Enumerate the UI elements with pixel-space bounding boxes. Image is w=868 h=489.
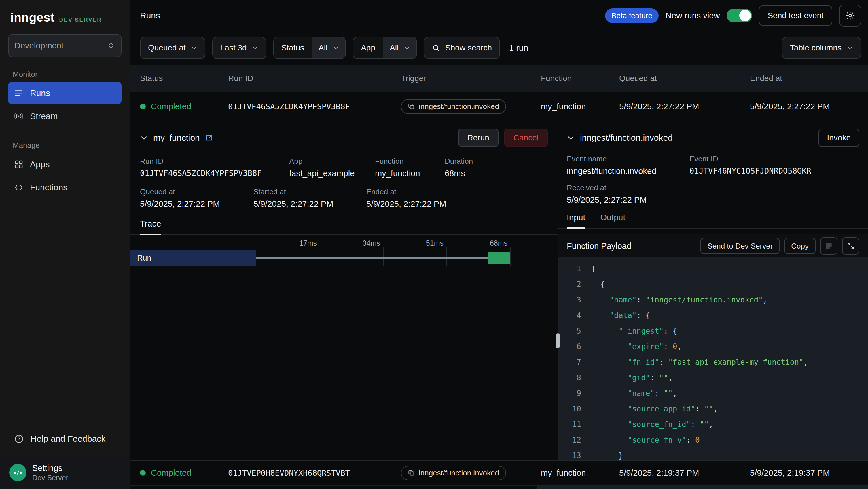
sidebar-item-apps[interactable]: Apps	[8, 153, 122, 175]
event-name-value: inngest/function.invoked	[567, 166, 689, 176]
sidebar-item-stream[interactable]: Stream	[8, 105, 122, 127]
tab-trace[interactable]: Trace	[140, 219, 161, 235]
page-title: Runs	[140, 11, 160, 21]
field-label: Event name	[567, 154, 689, 164]
payload-code: 1[2 {3 "name": "inngest/function.invoked…	[558, 257, 868, 460]
received-at-value: 5/9/2025, 2:27:22 PM	[567, 195, 647, 205]
status-dot	[140, 104, 146, 109]
settings-subtitle: Dev Server	[32, 473, 68, 482]
status-text: Completed	[151, 102, 191, 111]
column-header-trigger: Trigger	[401, 74, 541, 83]
table-row-run-2[interactable]: Completed 01JTVEP0H8EVDNYXH68QRSTVBT inn…	[130, 460, 868, 486]
function-name: my_function	[541, 468, 619, 478]
trigger-name: inngest/function.invoked	[419, 102, 499, 111]
environment-select[interactable]: Development	[8, 34, 122, 57]
event-detail-pane: inngest/function.invoked Invoke Event na…	[558, 121, 868, 460]
chevron-down-icon	[191, 45, 197, 51]
tab-output[interactable]: Output	[600, 213, 625, 229]
code-line: 4 "data": {	[558, 308, 868, 323]
sidebar-item-functions[interactable]: Functions	[8, 176, 122, 198]
send-test-event-button[interactable]: Send test event	[759, 5, 832, 26]
word-wrap-button[interactable]	[820, 237, 837, 255]
sidebar-item-label: Apps	[30, 160, 50, 169]
collapse-chevron-icon[interactable]	[567, 134, 575, 142]
expand-button[interactable]	[842, 237, 859, 255]
dev-server-badge: DEV SERVER	[59, 17, 102, 24]
code-line: 13 }	[558, 448, 868, 460]
field-label: Event ID	[689, 154, 811, 164]
app-link[interactable]: fast_api_example	[289, 169, 375, 178]
text-lines-icon	[825, 242, 833, 250]
trace-span-label[interactable]: Run	[130, 250, 256, 266]
app-filter[interactable]: App All	[353, 37, 417, 59]
cancel-button[interactable]: Cancel	[504, 128, 548, 147]
app-filter-label: App	[353, 37, 383, 58]
trace-timeline: 17ms 34ms 51ms 68ms Run	[130, 235, 558, 460]
queued-at-detail: 5/9/2025, 2:27:22 PM	[140, 199, 253, 209]
code-line: 6 "expire": 0,	[558, 339, 868, 354]
code-line: 8 "gid": "",	[558, 370, 868, 385]
stacked-squares-icon	[408, 469, 415, 476]
status-filter[interactable]: Status All	[273, 37, 346, 59]
show-search-button[interactable]: Show search	[424, 37, 500, 59]
time-range-filter[interactable]: Last 3d	[212, 37, 267, 59]
beta-feature-badge: Beta feature	[605, 8, 659, 23]
app: inngest DEV SERVER Development Monitor R…	[0, 0, 868, 489]
collapse-chevron-icon[interactable]	[140, 134, 148, 142]
status-filter-value: All	[318, 43, 328, 53]
external-link-icon[interactable]	[205, 134, 213, 142]
bottom-strip	[130, 486, 868, 489]
trigger-badge: inngest/function.invoked	[401, 99, 506, 114]
rerun-button[interactable]: Rerun	[458, 128, 498, 147]
code-line: 2 {	[558, 277, 868, 292]
run-detail-title: my_function	[153, 133, 200, 143]
trace-track	[256, 250, 510, 266]
event-title: inngest/function.invoked	[580, 133, 673, 143]
chevron-down-icon	[847, 45, 853, 51]
ended-at-value: 5/9/2025, 2:27:22 PM	[750, 102, 868, 111]
copy-button[interactable]: Copy	[784, 238, 815, 254]
sidebar-item-label: Runs	[30, 88, 50, 98]
help-label: Help and Feedback	[31, 434, 105, 444]
sidebar-item-runs[interactable]: Runs	[8, 82, 122, 104]
gear-icon	[845, 10, 855, 21]
stream-icon	[14, 111, 24, 121]
pane-resize-handle[interactable]	[556, 333, 560, 348]
stacked-squares-icon	[408, 103, 415, 110]
sidebar: inngest DEV SERVER Development Monitor R…	[0, 0, 130, 489]
environment-select-value: Development	[14, 41, 64, 51]
send-to-dev-server-button[interactable]: Send to Dev Server	[701, 238, 780, 254]
trace-row-run[interactable]: Run	[130, 250, 558, 266]
question-circle-icon	[14, 434, 24, 444]
new-runs-view-toggle[interactable]	[726, 9, 752, 23]
invoke-button[interactable]: Invoke	[818, 128, 860, 147]
toggle-knob	[739, 10, 751, 21]
column-header-function: Function	[541, 74, 619, 83]
logo: inngest DEV SERVER	[8, 9, 122, 24]
field-label: Started at	[253, 188, 366, 196]
expand-arrows-icon	[847, 242, 855, 250]
run-id: 01JTVF46SA5ZCDK4YPFSPV3B8F	[228, 102, 401, 111]
run-id-value: 01JTVF46SA5ZCDK4YPFSPV3B8F	[140, 169, 289, 178]
run-trace-pane: my_function Rerun Cancel Run ID 01JTVF46…	[130, 121, 558, 460]
field-label: Ended at	[366, 188, 446, 196]
function-link[interactable]: my_function	[375, 169, 445, 178]
axis-tick-label: 34ms	[363, 239, 383, 248]
queued-at-filter[interactable]: Queued at	[140, 37, 205, 59]
function-name: my_function	[541, 102, 619, 111]
settings-gear-button[interactable]	[839, 5, 861, 27]
table-columns-button[interactable]: Table columns	[782, 37, 861, 59]
started-at-detail: 5/9/2025, 2:27:22 PM	[253, 199, 366, 209]
run-count: 1 run	[509, 43, 528, 53]
section-label-manage: Manage	[8, 141, 122, 150]
help-and-feedback[interactable]: Help and Feedback	[8, 428, 122, 456]
payload-title: Function Payload	[567, 241, 631, 251]
table-row-run-1[interactable]: Completed 01JTVF46SA5ZCDK4YPFSPV3B8F inn…	[130, 92, 868, 121]
app-filter-value: All	[390, 43, 399, 53]
run-detail-split: my_function Rerun Cancel Run ID 01JTVF46…	[130, 121, 868, 460]
column-header-ended-at: Ended at	[750, 74, 868, 83]
tab-input[interactable]: Input	[567, 213, 586, 229]
new-runs-view-label: New runs view	[665, 11, 720, 21]
settings-footer[interactable]: </> Settings Dev Server	[0, 456, 130, 489]
functions-icon	[14, 182, 24, 192]
